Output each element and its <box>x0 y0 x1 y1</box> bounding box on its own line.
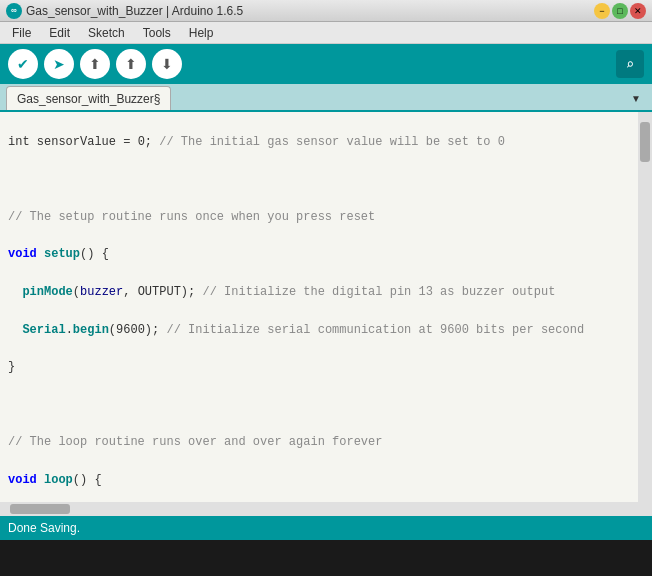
menu-sketch[interactable]: Sketch <box>80 24 133 42</box>
code-container: int sensorValue = 0; // The initial gas … <box>0 112 652 502</box>
title-bar-left: ∞ Gas_sensor_with_Buzzer | Arduino 1.6.5 <box>6 3 243 19</box>
new-button[interactable]: ⬆ <box>80 49 110 79</box>
title-text: Gas_sensor_with_Buzzer | Arduino 1.6.5 <box>26 4 243 18</box>
tab-bar: Gas_sensor_with_Buzzer§ ▼ <box>0 84 652 112</box>
horizontal-scrollbar[interactable] <box>0 502 638 516</box>
close-button[interactable]: ✕ <box>630 3 646 19</box>
bottom-area <box>0 540 652 576</box>
title-bar: ∞ Gas_sensor_with_Buzzer | Arduino 1.6.5… <box>0 0 652 22</box>
vertical-scrollbar[interactable] <box>638 112 652 502</box>
status-text: Done Saving. <box>8 521 80 535</box>
menu-tools[interactable]: Tools <box>135 24 179 42</box>
minimize-button[interactable]: − <box>594 3 610 19</box>
horizontal-scrollbar-thumb[interactable] <box>10 504 70 514</box>
scrollbar-corner <box>638 502 652 516</box>
horizontal-scrollbar-container <box>0 502 652 516</box>
tab-label: Gas_sensor_with_Buzzer§ <box>17 92 160 106</box>
app-icon: ∞ <box>6 3 22 19</box>
menu-help[interactable]: Help <box>181 24 222 42</box>
active-tab[interactable]: Gas_sensor_with_Buzzer§ <box>6 86 171 110</box>
toolbar: ✔ ➤ ⬆ ⬆ ⬇ ⌕ <box>0 44 652 84</box>
code-editor[interactable]: int sensorValue = 0; // The initial gas … <box>0 112 638 502</box>
window-controls: − □ ✕ <box>594 3 646 19</box>
open-button[interactable]: ⬆ <box>116 49 146 79</box>
search-button[interactable]: ⌕ <box>616 50 644 78</box>
save-button[interactable]: ⬇ <box>152 49 182 79</box>
status-bar: Done Saving. <box>0 516 652 540</box>
menu-file[interactable]: File <box>4 24 39 42</box>
maximize-button[interactable]: □ <box>612 3 628 19</box>
menu-edit[interactable]: Edit <box>41 24 78 42</box>
upload-button[interactable]: ➤ <box>44 49 74 79</box>
menu-bar: File Edit Sketch Tools Help <box>0 22 652 44</box>
tab-dropdown-button[interactable]: ▼ <box>626 86 646 110</box>
scrollbar-thumb[interactable] <box>640 122 650 162</box>
verify-button[interactable]: ✔ <box>8 49 38 79</box>
